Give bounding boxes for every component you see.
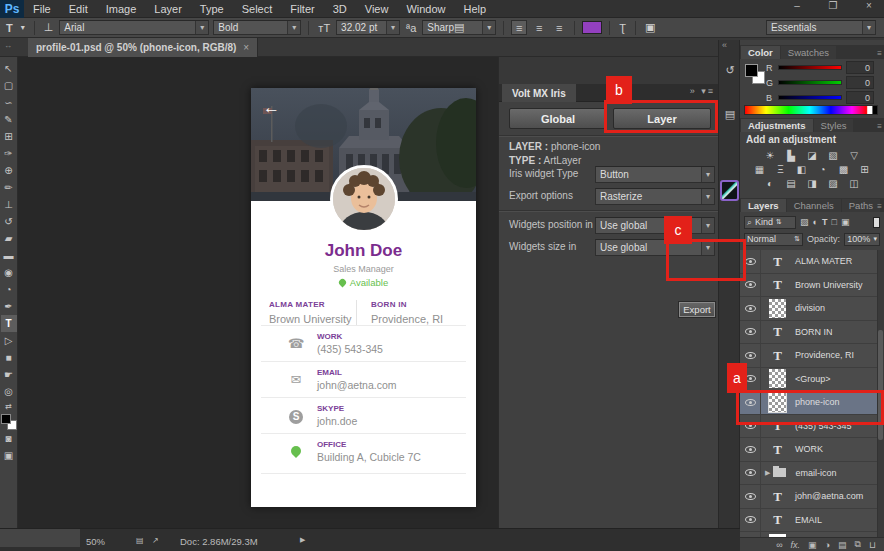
close-tab-icon[interactable]: × (243, 42, 249, 53)
menu-edit[interactable]: Edit (60, 3, 97, 15)
text-layer-thumbnail[interactable]: T (769, 440, 786, 459)
align-center-button[interactable]: ≡ (531, 20, 547, 35)
exposure-icon[interactable]: ▧ (826, 150, 841, 162)
visibility-toggle[interactable] (740, 438, 761, 461)
text-color-swatch[interactable] (582, 21, 602, 34)
vibrance-icon[interactable]: ▽ (847, 150, 862, 162)
blend-mode-select[interactable]: Normal⇅ (744, 233, 803, 246)
gradient-map-icon[interactable]: ◫ (847, 178, 862, 190)
chevron-down-icon[interactable]: ▾ (701, 167, 714, 182)
tab-paths[interactable]: Paths (842, 199, 880, 212)
foreground-background-swatches[interactable] (1, 414, 17, 430)
close-button[interactable]: × (858, 0, 880, 11)
collapse-dock-icon[interactable]: « (722, 40, 727, 50)
color-lookup-icon[interactable]: ⊞ (857, 164, 872, 176)
rectangle-tool[interactable]: ■ (1, 349, 17, 366)
widgets-position-select[interactable]: Use global ▾ (595, 217, 715, 234)
color-fg-bg-swatches[interactable] (745, 64, 765, 84)
hue-saturation-icon[interactable]: ▦ (752, 164, 767, 176)
visibility-toggle[interactable] (740, 485, 761, 508)
new-group-icon[interactable]: ▤ (838, 540, 847, 550)
tab-styles[interactable]: Styles (814, 119, 854, 132)
status-flyout-icon[interactable]: ▶ (300, 536, 305, 544)
new-layer-icon[interactable]: ⧉ (855, 539, 861, 550)
green-slider[interactable] (778, 80, 842, 85)
menu-image[interactable]: Image (97, 3, 146, 15)
zoom-level[interactable]: 50% (86, 536, 105, 547)
menu-help[interactable]: Help (455, 3, 496, 15)
dodge-tool[interactable]: ◔ (1, 281, 17, 298)
tab-adjustments[interactable]: Adjustments (741, 119, 813, 132)
threshold-icon[interactable]: ◨ (805, 178, 820, 190)
filter-shape-icon[interactable]: □ (831, 217, 836, 227)
screen-mode-icon[interactable]: ▣ (1, 447, 17, 464)
chevron-down-icon[interactable]: ▾ (701, 218, 714, 233)
menu-window[interactable]: Window (397, 3, 454, 15)
blur-tool[interactable]: ◉ (1, 264, 17, 281)
layer-style-icon[interactable]: fx. (791, 540, 801, 550)
layer-row[interactable]: T Brown University (740, 274, 884, 298)
global-tab-button[interactable]: Global (509, 108, 607, 129)
pen-tool[interactable]: ✒ (1, 298, 17, 315)
filter-pixel-icon[interactable]: ▨ (800, 217, 809, 227)
chevron-down-icon[interactable]: ▾ (195, 21, 208, 34)
layer-row[interactable]: T BORN IN (740, 321, 884, 345)
iris-plugin-icon[interactable] (720, 180, 739, 201)
gradient-tool[interactable]: ▬ (1, 247, 17, 264)
pixel-layer-thumbnail[interactable] (769, 369, 786, 388)
panel-menu-icon[interactable]: ▾≡ (701, 86, 715, 96)
layer-row[interactable]: <Group> (740, 368, 884, 392)
properties-panel-icon[interactable]: ▤ (722, 106, 738, 122)
quick-selection-tool[interactable]: ✎ (1, 111, 17, 128)
hand-tool[interactable]: ☛ (1, 366, 17, 383)
export-options-select[interactable]: Rasterize ▾ (595, 188, 715, 205)
tab-swatches[interactable]: Swatches (781, 46, 836, 59)
filter-smart-icon[interactable]: ▣ (841, 217, 850, 227)
eraser-tool[interactable]: ▰ (1, 230, 17, 247)
levels-icon[interactable]: ▙ (784, 150, 799, 162)
layer-row[interactable]: T ALMA MATER (740, 250, 884, 274)
visibility-toggle[interactable] (740, 462, 761, 485)
opacity-input[interactable]: 100%▾ (844, 233, 880, 246)
layer-row[interactable]: T EMAIL (740, 509, 884, 533)
menu-type[interactable]: Type (191, 3, 233, 15)
filter-toggle[interactable] (873, 217, 880, 228)
tab-layers[interactable]: Layers (741, 199, 786, 212)
foreground-color-swatch[interactable] (1, 414, 11, 424)
color-balance-icon[interactable]: Ξ (773, 164, 788, 176)
pixel-layer-thumbnail[interactable] (769, 299, 786, 318)
marquee-tool[interactable]: ▢ (1, 77, 17, 94)
workspace-select[interactable]: Essentials ▾ (766, 20, 876, 35)
brightness-contrast-icon[interactable]: ☀ (763, 150, 778, 162)
filter-adjustment-icon[interactable]: ◐ (813, 217, 818, 227)
layer-row[interactable]: T Providence, RI (740, 344, 884, 368)
layer-row-group[interactable]: ▶ email-icon (740, 462, 884, 486)
text-layer-thumbnail[interactable]: T (769, 275, 786, 294)
document-tab[interactable]: profile-01.psd @ 50% (phone-icon, RGB/8)… (28, 38, 258, 57)
tab-color[interactable]: Color (741, 46, 780, 59)
swap-colors-icon[interactable]: ⇄ (1, 400, 17, 412)
menu-file[interactable]: File (24, 3, 60, 15)
blue-value[interactable]: 0 (846, 91, 874, 104)
chevron-down-icon[interactable]: ▾ (701, 189, 714, 204)
panel-menu-icon[interactable]: ≡ (877, 122, 882, 131)
text-layer-thumbnail[interactable]: T (769, 346, 786, 365)
layer-mask-icon[interactable]: ▣ (808, 540, 817, 550)
menu-filter[interactable]: Filter (281, 3, 323, 15)
layer-row[interactable]: division (740, 297, 884, 321)
font-size-select[interactable]: 32.02 pt ▾ (336, 20, 400, 35)
link-layers-icon[interactable]: ∞ (776, 540, 782, 550)
invert-icon[interactable]: ◐ (763, 178, 778, 190)
warp-text-icon[interactable]: Ʈ (617, 22, 628, 34)
chevron-down-icon[interactable]: ▾ (287, 21, 300, 34)
chevron-down-icon[interactable]: ▾ (386, 21, 399, 34)
adjustment-layer-icon[interactable]: ◑ (825, 540, 830, 550)
move-tool[interactable]: ↖ (1, 60, 17, 77)
zoom-tool[interactable]: ◎ (1, 383, 17, 400)
delete-layer-icon[interactable]: ⊔ (869, 540, 876, 550)
filter-type-icon[interactable]: T (822, 217, 828, 227)
clone-stamp-tool[interactable]: ⊥ (1, 196, 17, 213)
font-family-select[interactable]: Arial ▾ (59, 20, 209, 35)
text-layer-thumbnail[interactable]: T (769, 322, 786, 341)
photo-filter-icon[interactable]: ◔ (815, 164, 830, 176)
